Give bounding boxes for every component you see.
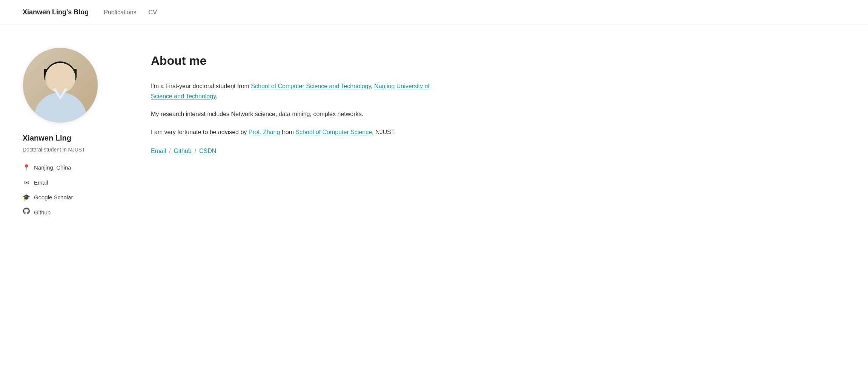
sidebar-email[interactable]: ✉ Email <box>23 178 121 188</box>
email-icon: ✉ <box>23 178 30 188</box>
about-para-3: I am very fortunate to be advised by Pro… <box>151 127 430 137</box>
sidebar-github-link[interactable]: Github <box>34 208 51 217</box>
contact-csdn-link[interactable]: CSDN <box>199 146 216 156</box>
location-text: Nanjing, China <box>34 163 71 172</box>
main-container: Xianwen Ling Doctoral student in NJUST 📍… <box>0 25 453 240</box>
link-school-cs[interactable]: School of Computer Science <box>295 129 372 135</box>
nav-link-cv[interactable]: CV <box>149 9 157 15</box>
avatar <box>23 47 98 123</box>
sidebar: Xianwen Ling Doctoral student in NJUST 📍… <box>23 47 121 217</box>
person-title: Doctoral student in NJUST <box>23 145 85 154</box>
nav-item-cv: CV <box>149 8 157 17</box>
navbar: Xianwen Ling's Blog Publications CV <box>0 0 868 25</box>
person-name: Xianwen Ling <box>23 132 71 144</box>
nav-brand[interactable]: Xianwen Ling's Blog <box>23 7 89 18</box>
link-prof-zhang[interactable]: Prof. Zhang <box>249 129 280 135</box>
separator-2: / <box>195 146 196 156</box>
avatar-head <box>45 63 75 93</box>
para3-mid: from <box>280 129 295 135</box>
about-para-2: My research interest includes Network sc… <box>151 109 430 119</box>
contact-github-link[interactable]: Github <box>174 146 191 156</box>
sidebar-info: 📍 Nanjing, China ✉ Email 🎓 Google Schola… <box>23 163 121 217</box>
nav-item-publications: Publications <box>104 8 136 17</box>
sidebar-scholar-link[interactable]: Google Scholar <box>34 193 73 202</box>
link-school[interactable]: School of Computer Science and Technolog… <box>251 83 371 89</box>
contact-email-link[interactable]: Email <box>151 146 166 156</box>
scholar-icon: 🎓 <box>23 193 30 202</box>
location-icon: 📍 <box>23 163 30 173</box>
avatar-body <box>34 92 87 122</box>
contact-links: Email / Github / CSDN <box>151 146 430 156</box>
avatar-image <box>23 48 98 122</box>
main-content: About me I'm a First-year doctoral stude… <box>151 47 430 217</box>
nav-link-publications[interactable]: Publications <box>104 9 136 15</box>
para1-comma: , <box>371 83 374 89</box>
sidebar-location: 📍 Nanjing, China <box>23 163 121 173</box>
sidebar-email-link[interactable]: Email <box>34 178 48 187</box>
para3-prefix: I am very fortunate to be advised by <box>151 129 249 135</box>
separator-1: / <box>169 146 171 156</box>
sidebar-scholar[interactable]: 🎓 Google Scholar <box>23 193 121 202</box>
nav-links: Publications CV <box>104 8 157 17</box>
para1-suffix: . <box>216 93 217 99</box>
about-title: About me <box>151 51 430 70</box>
about-para-1: I'm a First-year doctoral student from S… <box>151 81 430 101</box>
sidebar-github[interactable]: Github <box>23 208 121 217</box>
para3-suffix: , NJUST. <box>372 129 396 135</box>
github-icon <box>23 208 30 217</box>
para1-prefix: I'm a First-year doctoral student from <box>151 83 251 89</box>
